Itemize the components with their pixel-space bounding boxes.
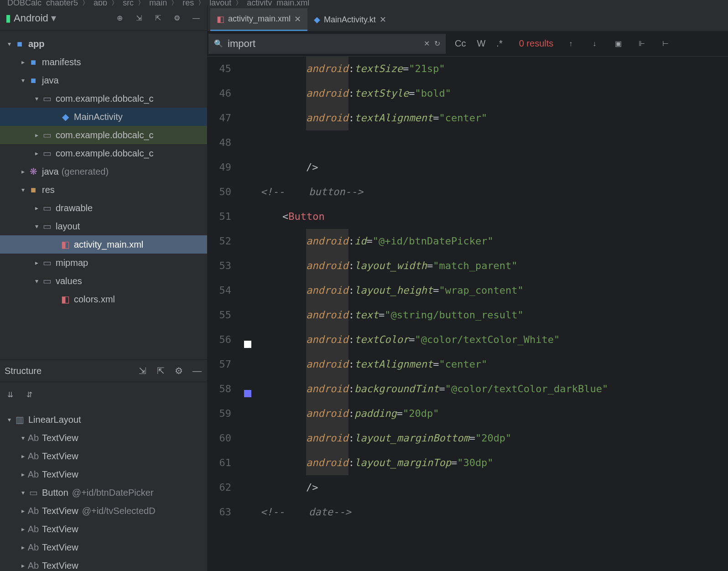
structure-tv4[interactable]: ▸ Ab TextView @+id/tvSelectedD: [0, 502, 207, 520]
line-number[interactable]: 47: [208, 106, 231, 130]
line-number[interactable]: 61: [208, 451, 231, 475]
collapse-all-icon[interactable]: ⇱: [155, 365, 166, 376]
code-line[interactable]: <Button: [259, 204, 728, 229]
structure-tv1[interactable]: ▾ Ab TextView: [0, 429, 207, 447]
target-icon[interactable]: ⊕: [114, 13, 125, 24]
code-line[interactable]: android:textAlignment="center": [259, 352, 728, 377]
breadcrumb-item[interactable]: activity_main.xml: [247, 0, 309, 5]
code-line[interactable]: android:textAlignment="center": [259, 106, 728, 130]
line-number[interactable]: 48: [208, 130, 231, 155]
color-swatch-white-icon[interactable]: [244, 341, 251, 348]
tree-res[interactable]: ▾ ■ res: [0, 181, 207, 199]
sort-icon[interactable]: ⇊: [5, 389, 16, 400]
project-tree[interactable]: ▾ ■ app ▸ ■ manifests ▾ ■ java ▾ ▭ com.e…: [0, 31, 207, 359]
line-number[interactable]: 56: [208, 327, 231, 352]
regex-toggle[interactable]: .*: [496, 38, 502, 49]
tree-java[interactable]: ▾ ■ java: [0, 71, 207, 89]
code-line[interactable]: android:padding="20dp": [259, 401, 728, 426]
tree-activity-main[interactable]: ◧ activity_main.xml: [0, 235, 207, 254]
structure-tree[interactable]: ▾ ▥ LinearLayout ▾ Ab TextView ▸ Ab Text…: [0, 407, 207, 571]
close-icon[interactable]: ✕: [380, 15, 386, 25]
line-number[interactable]: 46: [208, 81, 231, 106]
match-case-toggle[interactable]: Cc: [455, 38, 466, 49]
next-match-icon[interactable]: ↓: [589, 38, 600, 49]
code-line[interactable]: android:textColor="@color/textColor_Whit…: [259, 327, 728, 352]
history-icon[interactable]: ↻: [434, 39, 440, 48]
line-number[interactable]: 63: [208, 500, 231, 524]
remove-selection-icon[interactable]: ⊢: [660, 38, 671, 49]
code-line[interactable]: <!-- button-->: [259, 180, 728, 204]
structure-tv2[interactable]: ▸ Ab TextView: [0, 447, 207, 465]
code-line[interactable]: android:id="@+id/btnDatePicker": [259, 229, 728, 254]
line-number[interactable]: 55: [208, 303, 231, 327]
code-line[interactable]: [259, 130, 728, 155]
tree-pkg1[interactable]: ▾ ▭ com.example.dobcalc_c: [0, 89, 207, 108]
tree-mipmap[interactable]: ▸ ▭ mipmap: [0, 254, 207, 272]
breadcrumb-item[interactable]: layout: [209, 0, 231, 5]
minimize-icon[interactable]: —: [192, 365, 203, 376]
editor-tab[interactable]: ◆MainActivity.kt✕: [307, 8, 393, 31]
clear-icon[interactable]: ✕: [424, 39, 430, 48]
structure-tv6[interactable]: ▸ Ab TextView: [0, 538, 207, 556]
filter-icon[interactable]: ⇵: [24, 389, 35, 400]
breadcrumb[interactable]: DOBCalc_chapter5〉app〉src〉main〉res〉layout…: [0, 0, 728, 5]
tree-java-gen[interactable]: ▸ ❋ java (generated): [0, 162, 207, 181]
line-number[interactable]: 50: [208, 180, 231, 204]
gear-icon[interactable]: ⚙: [172, 13, 182, 24]
add-selection-icon[interactable]: ⊩: [636, 38, 647, 49]
line-number[interactable]: 51: [208, 204, 231, 229]
code-line[interactable]: android:layout_marginBottom="20dp": [259, 426, 728, 451]
prev-match-icon[interactable]: ↑: [565, 38, 576, 49]
gear-icon[interactable]: ⚙: [173, 365, 184, 376]
words-toggle[interactable]: W: [477, 38, 485, 49]
breadcrumb-item[interactable]: DOBCalc_chapter5: [7, 0, 78, 5]
breadcrumb-item[interactable]: main: [149, 0, 167, 5]
line-number[interactable]: 49: [208, 155, 231, 180]
code-line[interactable]: />: [259, 475, 728, 500]
line-number[interactable]: 54: [208, 278, 231, 303]
structure-tv3[interactable]: ▸ Ab TextView: [0, 465, 207, 483]
line-gutter[interactable]: 45464748495051525354555657585960616263: [208, 57, 237, 571]
code-line[interactable]: android:textStyle="bold": [259, 81, 728, 106]
code-line[interactable]: android:layout_width="match_parent": [259, 254, 728, 278]
code-line[interactable]: <!-- date-->: [259, 500, 728, 524]
close-icon[interactable]: ✕: [294, 14, 301, 24]
code-line[interactable]: />: [259, 155, 728, 180]
code-line[interactable]: android:layout_height="wrap_content": [259, 278, 728, 303]
code-line[interactable]: android:backgroundTint="@color/textColor…: [259, 377, 728, 401]
line-number[interactable]: 52: [208, 229, 231, 254]
tree-manifests[interactable]: ▸ ■ manifests: [0, 53, 207, 71]
tree-values[interactable]: ▾ ▭ values: [0, 272, 207, 290]
tree-pkg3[interactable]: ▸ ▭ com.example.dobcalc_c: [0, 144, 207, 162]
code-editor[interactable]: 45464748495051525354555657585960616263 a…: [208, 57, 728, 571]
tree-layout[interactable]: ▾ ▭ layout: [0, 217, 207, 235]
structure-root[interactable]: ▾ ▥ LinearLayout: [0, 410, 207, 429]
code-line[interactable]: android:text="@string/button_result": [259, 303, 728, 327]
line-number[interactable]: 62: [208, 475, 231, 500]
line-number[interactable]: 45: [208, 57, 231, 81]
line-number[interactable]: 57: [208, 352, 231, 377]
structure-tv5[interactable]: ▸ Ab TextView: [0, 520, 207, 538]
project-view-selector[interactable]: ▮ Android ▾: [5, 12, 56, 24]
line-number[interactable]: 60: [208, 426, 231, 451]
editor-tab[interactable]: ◧activity_main.xml✕: [210, 8, 307, 31]
breadcrumb-item[interactable]: src: [123, 0, 134, 5]
color-swatch-blue-icon[interactable]: [244, 390, 251, 397]
breadcrumb-item[interactable]: app: [94, 0, 107, 5]
select-all-icon[interactable]: ▣: [613, 38, 624, 49]
expand-all-icon[interactable]: ⇲: [133, 13, 144, 24]
code-line[interactable]: android:layout_marginTop="30dp": [259, 451, 728, 475]
find-input[interactable]: [228, 38, 419, 50]
tree-colors-xml[interactable]: ◧ colors.xml: [0, 290, 207, 308]
tree-app[interactable]: ▾ ■ app: [0, 35, 207, 53]
line-number[interactable]: 53: [208, 254, 231, 278]
tree-drawable[interactable]: ▸ ▭ drawable: [0, 199, 207, 217]
line-number[interactable]: 59: [208, 401, 231, 426]
structure-btn[interactable]: ▾ ▭ Button @+id/btnDatePicker: [0, 483, 207, 502]
line-number[interactable]: 58: [208, 377, 231, 401]
tree-main-activity[interactable]: ◆ MainActivity: [0, 108, 207, 126]
structure-tv7[interactable]: ▸ Ab TextView: [0, 556, 207, 571]
expand-all-icon[interactable]: ⇲: [137, 365, 148, 376]
code-content[interactable]: android:textSize="21sp"android:textStyle…: [259, 57, 728, 571]
breadcrumb-item[interactable]: res: [182, 0, 194, 5]
